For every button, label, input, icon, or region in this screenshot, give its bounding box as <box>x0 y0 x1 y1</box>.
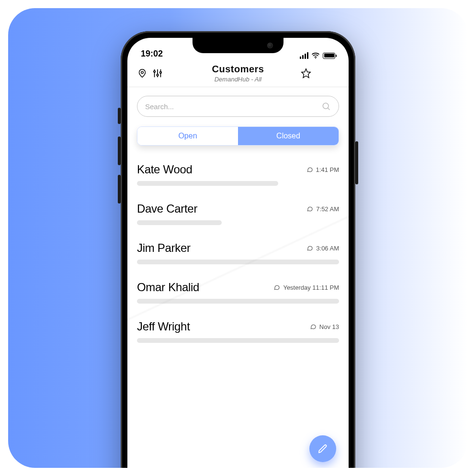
search-placeholder: Search... <box>145 102 174 111</box>
svg-marker-8 <box>302 69 310 78</box>
page-subtitle: DemandHub - All <box>175 76 301 83</box>
signal-icon <box>300 52 308 59</box>
search-icon <box>321 102 331 111</box>
chat-bubble-icon <box>306 245 313 251</box>
search-input[interactable]: Search... <box>137 96 339 117</box>
compose-fab[interactable] <box>309 435 336 462</box>
customer-row[interactable]: Dave Carter 7:52 AM <box>137 193 339 232</box>
customer-meta: 1:41 PM <box>306 166 339 173</box>
message-preview-placeholder <box>137 338 339 343</box>
svg-point-7 <box>160 71 162 73</box>
phone-screen: 19:02 <box>127 38 349 468</box>
location-pin-icon[interactable] <box>137 68 147 79</box>
star-icon[interactable] <box>301 68 311 79</box>
customer-name: Jeff Wright <box>137 320 190 333</box>
chat-bubble-icon <box>306 166 313 173</box>
customer-time: Nov 13 <box>319 323 339 330</box>
customer-row[interactable]: Jim Parker 3:06 AM <box>137 232 339 271</box>
customer-meta: 3:06 AM <box>306 245 339 252</box>
customer-name: Omar Khalid <box>137 281 199 294</box>
status-tabs: Open Closed <box>137 126 339 146</box>
customer-row[interactable]: Jeff Wright Nov 13 <box>137 310 339 350</box>
customer-name: Dave Carter <box>137 202 197 215</box>
message-preview-placeholder <box>137 220 222 225</box>
pencil-icon <box>317 443 329 454</box>
tab-open[interactable]: Open <box>137 127 238 145</box>
message-preview-placeholder <box>137 260 339 264</box>
svg-line-10 <box>328 108 329 110</box>
message-preview-placeholder <box>137 299 339 304</box>
customer-list[interactable]: Kate Wood 1:41 PM Dave Carter 7:52 AM Ji… <box>127 149 349 397</box>
battery-icon <box>323 53 335 59</box>
chat-bubble-icon <box>310 323 317 330</box>
svg-point-6 <box>157 74 159 76</box>
message-preview-placeholder <box>137 181 278 186</box>
filter-sliders-icon[interactable] <box>152 68 163 79</box>
customer-row[interactable]: Omar Khalid Yesterday 11:11 PM <box>137 271 339 310</box>
customer-row[interactable]: Kate Wood 1:41 PM <box>137 153 339 193</box>
chat-bubble-icon <box>273 284 280 291</box>
page-title: Customers <box>175 64 301 75</box>
customer-time: 1:41 PM <box>316 166 339 173</box>
customer-meta: 7:52 AM <box>306 205 339 213</box>
customer-name: Jim Parker <box>137 241 191 255</box>
svg-point-5 <box>154 71 156 73</box>
chat-bubble-icon <box>306 205 313 212</box>
svg-point-1 <box>141 71 144 74</box>
phone-frame: 19:02 <box>121 31 355 468</box>
tab-closed[interactable]: Closed <box>238 127 339 145</box>
customer-time: Yesterday 11:11 PM <box>283 284 339 291</box>
svg-point-9 <box>323 103 329 109</box>
wifi-icon <box>311 52 320 59</box>
app-header: Customers DemandHub - All <box>127 61 349 87</box>
app-card: 19:02 <box>8 8 468 468</box>
phone-notch <box>193 38 283 53</box>
camera-icon <box>267 43 273 48</box>
svg-point-0 <box>315 58 316 59</box>
customer-time: 3:06 AM <box>316 245 339 252</box>
customer-name: Kate Wood <box>137 163 193 176</box>
customer-meta: Yesterday 11:11 PM <box>273 284 339 291</box>
customer-meta: Nov 13 <box>310 323 339 330</box>
status-time: 19:02 <box>141 49 163 59</box>
customer-time: 7:52 AM <box>316 205 339 213</box>
